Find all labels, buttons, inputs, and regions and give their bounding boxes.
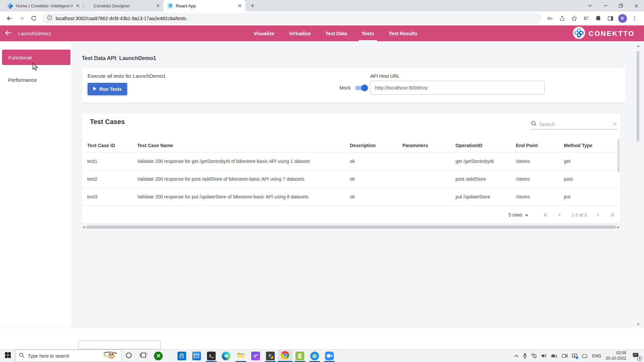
menu-dots-icon[interactable] bbox=[629, 13, 640, 24]
notepadpp-button[interactable] bbox=[292, 350, 307, 362]
key-icon[interactable] bbox=[545, 13, 555, 24]
brand-logo: CONEKTTO bbox=[573, 25, 635, 41]
site-info-icon[interactable] bbox=[47, 15, 52, 22]
search-input[interactable] bbox=[539, 122, 610, 127]
run-tests-button[interactable]: Run Tests bbox=[88, 83, 127, 95]
scroll-left-icon[interactable] bbox=[82, 225, 86, 229]
mail-button[interactable] bbox=[189, 350, 204, 362]
nav-test-results[interactable]: Test Results bbox=[389, 25, 417, 41]
sidebar-item-functional[interactable]: Functional bbox=[2, 50, 70, 65]
profile-avatar[interactable]: K bbox=[617, 13, 628, 24]
reload-icon[interactable] bbox=[28, 13, 39, 24]
forward-icon[interactable] bbox=[16, 13, 27, 24]
meet-now-icon[interactable] bbox=[562, 354, 568, 358]
tab-close-icon[interactable] bbox=[155, 3, 161, 9]
horizontal-scrollbar[interactable] bbox=[82, 225, 620, 229]
scroll-down-icon[interactable] bbox=[636, 322, 640, 327]
zoom-button[interactable] bbox=[322, 350, 337, 362]
minimize-icon[interactable] bbox=[598, 0, 613, 11]
cell-name-link[interactable]: Validate 200 response for post /addStore… bbox=[137, 170, 350, 188]
next-page-icon[interactable] bbox=[593, 210, 603, 220]
main-content: Test Data API: LaunchDemo1 Execute all t… bbox=[72, 41, 644, 327]
tab-home-conektto[interactable]: Home | Conektto: Intelligent API bbox=[3, 0, 83, 11]
zoom-icon bbox=[325, 352, 334, 360]
tab-title: Home | Conektto: Intelligent API bbox=[16, 3, 73, 8]
nav-virtualize[interactable]: Virtualize bbox=[289, 25, 311, 41]
share-icon[interactable] bbox=[557, 13, 568, 24]
tab-close-icon[interactable] bbox=[75, 3, 80, 9]
taskbar-clock[interactable]: 02:05 20-10-2022 bbox=[606, 351, 626, 361]
battery-icon[interactable] bbox=[551, 354, 557, 358]
cortana-button[interactable] bbox=[121, 350, 136, 362]
onedrive-icon[interactable] bbox=[582, 354, 588, 358]
cell-method-type: get bbox=[564, 152, 620, 170]
prev-page-icon[interactable] bbox=[555, 210, 565, 220]
rows-per-page-select[interactable]: 5 rows bbox=[508, 212, 528, 218]
extension-c-icon[interactable]: C bbox=[581, 13, 592, 24]
cell-id: test1 bbox=[82, 152, 137, 170]
file-explorer-button[interactable] bbox=[233, 350, 248, 362]
table-row: test1 Validate 200 response for get /get… bbox=[82, 152, 620, 170]
table-scrollbar[interactable] bbox=[617, 134, 620, 218]
mic-icon[interactable] bbox=[523, 353, 527, 359]
api-host-input[interactable] bbox=[370, 81, 545, 95]
xbox-button[interactable] bbox=[151, 350, 166, 362]
col-end-point: End Point bbox=[516, 139, 564, 152]
edge-icon bbox=[222, 352, 230, 360]
side-panel-icon[interactable] bbox=[605, 13, 616, 24]
terminal-button[interactable] bbox=[204, 350, 219, 362]
docker-button[interactable] bbox=[307, 350, 322, 362]
cell-end-point: /stores bbox=[516, 188, 564, 205]
action-center-button[interactable]: 4 bbox=[631, 352, 641, 360]
language-indicator[interactable]: ENG bbox=[592, 354, 601, 358]
notes-app-button[interactable] bbox=[263, 350, 278, 362]
magnifier-icon bbox=[19, 353, 24, 359]
nav-test-data[interactable]: Test Data bbox=[325, 25, 347, 41]
address-bar[interactable]: localhost:3002/caa97662-dcfd-43b1-9a13-1… bbox=[42, 13, 541, 24]
bookmark-star-icon[interactable] bbox=[569, 13, 580, 24]
docker-icon bbox=[310, 352, 319, 360]
close-icon[interactable] bbox=[629, 0, 644, 11]
volume-icon[interactable] bbox=[541, 353, 547, 358]
chrome-button[interactable] bbox=[278, 350, 292, 362]
tab-close-icon[interactable] bbox=[237, 3, 243, 9]
store-button[interactable] bbox=[174, 350, 189, 362]
edge-button[interactable] bbox=[219, 350, 233, 362]
taskbar-search-input[interactable] bbox=[28, 353, 100, 359]
last-page-icon[interactable] bbox=[607, 210, 617, 220]
mock-toggle[interactable] bbox=[355, 84, 368, 92]
clear-search-icon[interactable] bbox=[613, 121, 617, 127]
api-host-label: API Host URL bbox=[370, 73, 399, 79]
taskbar-search[interactable] bbox=[15, 350, 121, 362]
scroll-right-icon[interactable] bbox=[616, 225, 620, 229]
cast-icon[interactable] bbox=[572, 354, 577, 358]
cell-name-link[interactable]: Validate 200 response for get /getStores… bbox=[137, 152, 350, 170]
purple-app-button[interactable] bbox=[248, 350, 263, 362]
vertical-scroll-thumb[interactable] bbox=[637, 51, 639, 141]
window-menu-chevron-icon[interactable] bbox=[582, 0, 598, 11]
nav-tests[interactable]: Tests bbox=[362, 25, 374, 41]
back-arrow-icon[interactable] bbox=[5, 30, 12, 37]
start-button[interactable] bbox=[0, 350, 15, 362]
back-icon[interactable] bbox=[4, 13, 15, 24]
coin-icon[interactable]: 1 bbox=[531, 353, 537, 358]
cell-operation-id: put /updateStore bbox=[455, 188, 516, 205]
restore-icon[interactable] bbox=[613, 0, 629, 11]
vertical-scrollbar[interactable] bbox=[636, 44, 640, 327]
tray-chevron-icon[interactable] bbox=[514, 355, 519, 357]
scroll-up-icon[interactable] bbox=[636, 44, 640, 48]
extensions-puzzle-icon[interactable] bbox=[593, 13, 604, 24]
tab-react-app[interactable]: React App bbox=[163, 0, 245, 11]
test-cases-panel: Test Cases Test Case ID Test Case Name D… bbox=[82, 114, 620, 224]
new-tab-button[interactable] bbox=[248, 1, 257, 10]
task-view-button[interactable] bbox=[136, 350, 151, 362]
search-field bbox=[531, 119, 617, 129]
cell-name-link[interactable]: Validate 200 response for put /updateSto… bbox=[137, 188, 350, 205]
sidebar-item-performance[interactable]: Performance bbox=[8, 75, 37, 85]
xbox-icon bbox=[154, 352, 163, 360]
tab-conektto-designer[interactable]: Conektto Designer bbox=[84, 0, 163, 11]
first-page-icon[interactable] bbox=[541, 210, 550, 220]
cell-description: ok bbox=[350, 170, 402, 188]
nav-visualize[interactable]: Visualize bbox=[254, 25, 274, 41]
horizontal-scroll-thumb[interactable] bbox=[86, 226, 616, 229]
